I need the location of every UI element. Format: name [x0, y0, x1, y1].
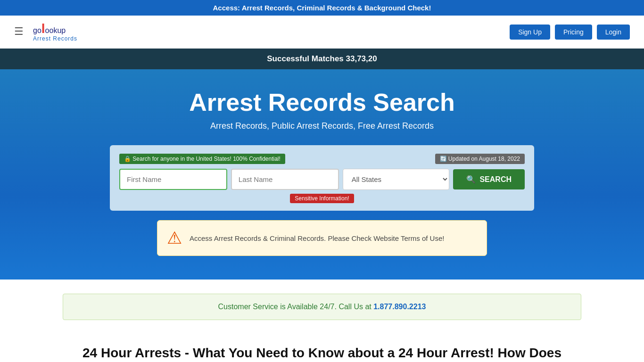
warning-icon: ⚠ [167, 228, 182, 248]
hero-subtitle: Arrest Records, Public Arrest Records, F… [9, 121, 635, 131]
header: ☰ golookup Arrest Records Sign Up Pricin… [0, 16, 644, 49]
header-left: ☰ golookup Arrest Records [14, 22, 77, 42]
signup-button[interactable]: Sign Up [510, 25, 550, 40]
search-button[interactable]: 🔍 SEARCH [453, 169, 525, 189]
search-badge-updated: 🔄 Updated on August 18, 2022 [435, 154, 525, 164]
stats-label: Successful Matches [267, 54, 344, 63]
sensitive-badge: Sensitive Information! [290, 194, 354, 203]
logo-ookup: ookup [45, 26, 66, 34]
login-button[interactable]: Login [597, 25, 630, 40]
logo[interactable]: golookup Arrest Records [33, 22, 77, 42]
search-badge-green: 🔒 Search for anyone in the United States… [119, 154, 285, 164]
hero-title: Arrest Records Search [9, 88, 635, 116]
state-select[interactable]: All StatesAlabamaAlaskaArizonaArkansasCa… [343, 169, 450, 190]
customer-service-bar: Customer Service is Available 24/7. Call… [63, 294, 581, 320]
warning-box: ⚠ Access Arrest Records & Criminal Recor… [157, 220, 487, 256]
top-banner: Access: Arrest Records, Criminal Records… [0, 0, 644, 16]
search-box: 🔒 Search for anyone in the United States… [110, 145, 534, 211]
first-name-input[interactable] [119, 169, 227, 190]
cs-text: Customer Service is Available 24/7. Call… [218, 303, 372, 311]
warning-text: Access Arrest Records & Criminal Records… [190, 234, 444, 242]
logo-go: go [33, 26, 41, 34]
search-info-row: 🔒 Search for anyone in the United States… [119, 154, 525, 164]
stats-bar: Successful Matches 33,73,20 [0, 49, 644, 69]
search-icon: 🔍 [466, 175, 476, 184]
logo-l: l [41, 21, 45, 36]
logo-subtitle: Arrest Records [33, 36, 77, 42]
search-button-label: SEARCH [479, 175, 512, 184]
hero-section: Arrest Records Search Arrest Records, Pu… [0, 69, 644, 280]
top-banner-text: Access: Arrest Records, Criminal Records… [213, 4, 431, 12]
article-title: 24 Hour Arrests - What You Need to Know … [72, 344, 572, 362]
last-name-input[interactable] [231, 169, 339, 190]
logo-text: golookup [33, 22, 77, 36]
stats-count: 33,73,20 [346, 54, 377, 63]
content-area: 24 Hour Arrests - What You Need to Know … [63, 334, 581, 362]
hamburger-icon[interactable]: ☰ [14, 25, 24, 38]
search-fields: All StatesAlabamaAlaskaArizonaArkansasCa… [119, 169, 525, 190]
cs-phone: 1.877.890.2213 [373, 303, 426, 311]
header-right: Sign Up Pricing Login [510, 25, 630, 40]
pricing-button[interactable]: Pricing [555, 25, 592, 40]
